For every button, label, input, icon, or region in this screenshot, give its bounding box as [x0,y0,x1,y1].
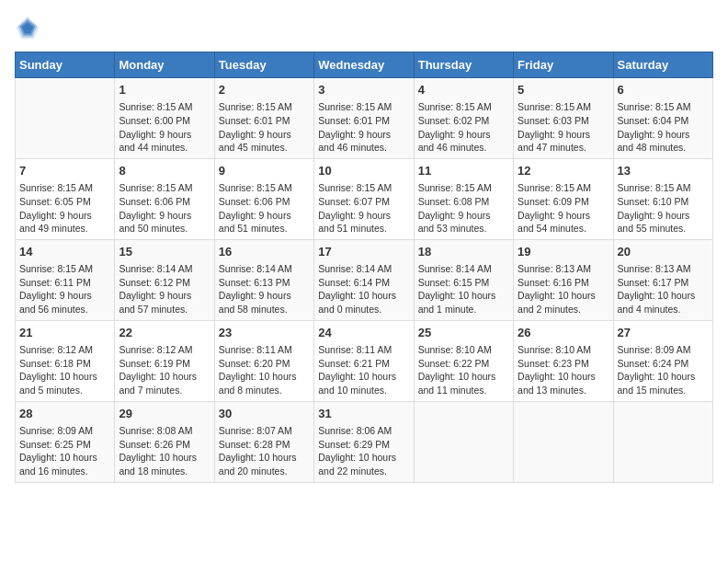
day-info: Sunrise: 8:11 AMSunset: 6:21 PMDaylight:… [318,343,409,397]
day-info: Sunrise: 8:15 AMSunset: 6:06 PMDaylight:… [119,181,210,236]
day-number: 13 [618,163,709,179]
day-info: Sunrise: 8:14 AMSunset: 6:15 PMDaylight:… [418,262,509,316]
day-number: 10 [318,163,409,179]
calendar-cell: 13Sunrise: 8:15 AMSunset: 6:10 PMDayligh… [613,158,712,239]
day-number: 11 [418,163,509,179]
day-info: Sunrise: 8:15 AMSunset: 6:08 PMDaylight:… [418,181,509,236]
day-info: Sunrise: 8:07 AMSunset: 6:28 PMDaylight:… [219,424,310,478]
week-row-5: 28Sunrise: 8:09 AMSunset: 6:25 PMDayligh… [16,401,713,482]
calendar-cell [16,78,115,159]
calendar-cell: 20Sunrise: 8:13 AMSunset: 6:17 PMDayligh… [613,239,712,320]
day-info: Sunrise: 8:08 AMSunset: 6:26 PMDaylight:… [119,424,210,478]
calendar-cell: 25Sunrise: 8:10 AMSunset: 6:22 PMDayligh… [414,320,513,401]
week-row-3: 14Sunrise: 8:15 AMSunset: 6:11 PMDayligh… [16,239,713,320]
day-info: Sunrise: 8:15 AMSunset: 6:02 PMDaylight:… [418,100,509,155]
day-number: 7 [19,163,110,179]
calendar-table: SundayMondayTuesdayWednesdayThursdayFrid… [15,52,713,483]
calendar-cell: 9Sunrise: 8:15 AMSunset: 6:06 PMDaylight… [214,158,313,239]
day-info: Sunrise: 8:15 AMSunset: 6:10 PMDaylight:… [618,181,709,236]
calendar-cell: 7Sunrise: 8:15 AMSunset: 6:05 PMDaylight… [16,158,115,239]
day-info: Sunrise: 8:12 AMSunset: 6:19 PMDaylight:… [119,343,210,397]
calendar-cell: 29Sunrise: 8:08 AMSunset: 6:26 PMDayligh… [115,401,214,482]
day-number: 8 [119,163,210,179]
day-number: 22 [119,325,210,341]
day-number: 1 [119,82,210,98]
day-info: Sunrise: 8:15 AMSunset: 6:01 PMDaylight:… [318,100,409,155]
calendar-cell: 10Sunrise: 8:15 AMSunset: 6:07 PMDayligh… [314,158,414,239]
day-info: Sunrise: 8:09 AMSunset: 6:25 PMDaylight:… [19,424,110,478]
day-number: 20 [618,244,709,260]
day-info: Sunrise: 8:15 AMSunset: 6:07 PMDaylight:… [318,181,409,236]
day-info: Sunrise: 8:11 AMSunset: 6:20 PMDaylight:… [219,343,310,397]
header-monday: Monday [115,52,214,78]
day-number: 19 [518,244,609,260]
calendar-cell: 27Sunrise: 8:09 AMSunset: 6:24 PMDayligh… [613,320,712,401]
calendar-cell [613,401,712,482]
day-number: 23 [219,325,310,341]
header-row: SundayMondayTuesdayWednesdayThursdayFrid… [16,52,713,78]
day-info: Sunrise: 8:12 AMSunset: 6:18 PMDaylight:… [19,343,110,397]
header-thursday: Thursday [414,52,513,78]
calendar-cell: 5Sunrise: 8:15 AMSunset: 6:03 PMDaylight… [514,78,613,159]
calendar-cell: 26Sunrise: 8:10 AMSunset: 6:23 PMDayligh… [514,320,613,401]
calendar-cell: 14Sunrise: 8:15 AMSunset: 6:11 PMDayligh… [16,239,115,320]
day-number: 26 [518,325,609,341]
calendar-cell: 1Sunrise: 8:15 AMSunset: 6:00 PMDaylight… [115,78,214,159]
day-info: Sunrise: 8:15 AMSunset: 6:03 PMDaylight:… [518,100,609,155]
header-friday: Friday [514,52,613,78]
day-number: 4 [418,82,509,98]
day-number: 29 [119,406,210,422]
logo [15,15,44,40]
day-info: Sunrise: 8:15 AMSunset: 6:11 PMDaylight:… [19,262,110,316]
day-number: 6 [618,82,709,98]
day-number: 24 [318,325,409,341]
day-number: 5 [518,82,609,98]
day-number: 9 [219,163,310,179]
week-row-1: 1Sunrise: 8:15 AMSunset: 6:00 PMDaylight… [16,78,713,159]
calendar-cell: 3Sunrise: 8:15 AMSunset: 6:01 PMDaylight… [314,78,414,159]
calendar-cell: 22Sunrise: 8:12 AMSunset: 6:19 PMDayligh… [115,320,214,401]
logo-icon [15,15,40,40]
day-info: Sunrise: 8:13 AMSunset: 6:16 PMDaylight:… [518,262,609,316]
day-info: Sunrise: 8:15 AMSunset: 6:01 PMDaylight:… [219,100,310,155]
page-header [15,15,713,40]
header-tuesday: Tuesday [214,52,313,78]
day-number: 15 [119,244,210,260]
header-saturday: Saturday [613,52,712,78]
day-number: 14 [19,244,110,260]
calendar-cell [414,401,513,482]
calendar-cell: 16Sunrise: 8:14 AMSunset: 6:13 PMDayligh… [214,239,313,320]
day-info: Sunrise: 8:14 AMSunset: 6:14 PMDaylight:… [318,262,409,316]
day-number: 21 [19,325,110,341]
day-info: Sunrise: 8:13 AMSunset: 6:17 PMDaylight:… [618,262,709,316]
header-sunday: Sunday [16,52,115,78]
calendar-cell [514,401,613,482]
calendar-cell: 12Sunrise: 8:15 AMSunset: 6:09 PMDayligh… [514,158,613,239]
day-number: 25 [418,325,509,341]
day-number: 3 [318,82,409,98]
day-number: 2 [219,82,310,98]
calendar-cell: 15Sunrise: 8:14 AMSunset: 6:12 PMDayligh… [115,239,214,320]
day-info: Sunrise: 8:06 AMSunset: 6:29 PMDaylight:… [318,424,409,478]
calendar-cell: 6Sunrise: 8:15 AMSunset: 6:04 PMDaylight… [613,78,712,159]
week-row-4: 21Sunrise: 8:12 AMSunset: 6:18 PMDayligh… [16,320,713,401]
calendar-cell: 2Sunrise: 8:15 AMSunset: 6:01 PMDaylight… [214,78,313,159]
day-info: Sunrise: 8:15 AMSunset: 6:05 PMDaylight:… [19,181,110,236]
day-number: 17 [318,244,409,260]
day-info: Sunrise: 8:15 AMSunset: 6:09 PMDaylight:… [518,181,609,236]
day-number: 28 [19,406,110,422]
day-number: 18 [418,244,509,260]
day-number: 16 [219,244,310,260]
day-number: 27 [618,325,709,341]
day-info: Sunrise: 8:10 AMSunset: 6:23 PMDaylight:… [518,343,609,397]
calendar-cell: 24Sunrise: 8:11 AMSunset: 6:21 PMDayligh… [314,320,414,401]
calendar-cell: 19Sunrise: 8:13 AMSunset: 6:16 PMDayligh… [514,239,613,320]
calendar-cell: 17Sunrise: 8:14 AMSunset: 6:14 PMDayligh… [314,239,414,320]
day-number: 30 [219,406,310,422]
calendar-cell: 11Sunrise: 8:15 AMSunset: 6:08 PMDayligh… [414,158,513,239]
week-row-2: 7Sunrise: 8:15 AMSunset: 6:05 PMDaylight… [16,158,713,239]
day-info: Sunrise: 8:15 AMSunset: 6:00 PMDaylight:… [119,100,210,155]
calendar-cell: 30Sunrise: 8:07 AMSunset: 6:28 PMDayligh… [214,401,313,482]
calendar-cell: 31Sunrise: 8:06 AMSunset: 6:29 PMDayligh… [314,401,414,482]
day-info: Sunrise: 8:14 AMSunset: 6:12 PMDaylight:… [119,262,210,316]
